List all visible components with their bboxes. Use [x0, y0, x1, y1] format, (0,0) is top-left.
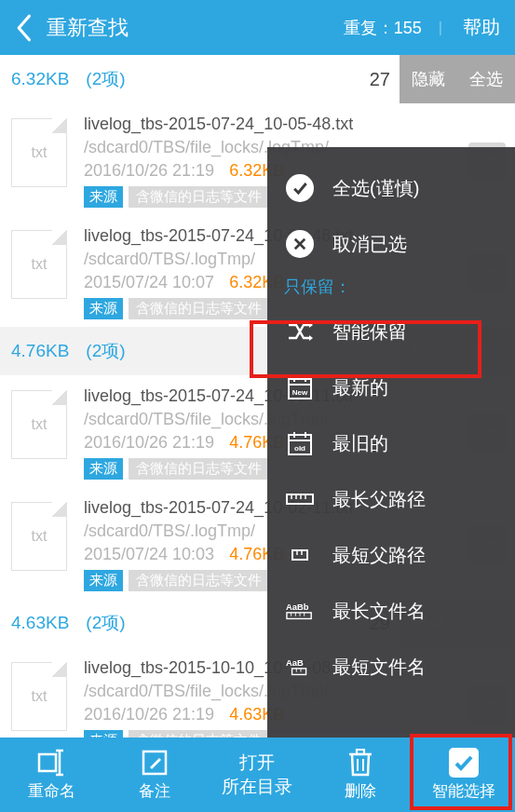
note-button[interactable]: 备注: [103, 738, 207, 812]
tag-source: 来源: [84, 570, 123, 591]
file-type-icon: txt: [11, 230, 67, 299]
menu-label: 最短父路径: [332, 543, 426, 568]
file-name: livelog_tbs-2015-07-24_10-05-48.txt: [84, 115, 468, 134]
svg-rect-14: [287, 494, 313, 504]
group-count: (2项): [86, 339, 125, 363]
text-long-icon: AaBb: [284, 595, 316, 627]
rename-button[interactable]: 重命名: [0, 738, 103, 812]
dup-label: 重复：: [344, 19, 394, 37]
smart-select-button[interactable]: 智能选择: [412, 738, 515, 812]
calendar-new-icon: New: [284, 372, 316, 403]
menu-label: 全选(谨慎): [332, 176, 419, 201]
tag-description: 含微信的日志等文件: [129, 186, 269, 208]
separator: |: [439, 20, 442, 36]
button-label: 智能选择: [432, 780, 495, 802]
menu-label: 最长父路径: [332, 487, 426, 512]
edit-icon: [140, 748, 169, 778]
group-size: 4.76KB: [11, 341, 69, 361]
dup-number: 155: [394, 19, 422, 37]
duplicate-count: 重复：155: [344, 17, 422, 39]
menu-shortest-name[interactable]: AaB 最短文件名: [267, 639, 515, 695]
menu-longest-name[interactable]: AaBb 最长文件名: [267, 583, 515, 639]
svg-text:AaB: AaB: [286, 658, 304, 668]
svg-text:old: old: [294, 444, 305, 453]
menu-longest-parent[interactable]: 最长父路径: [267, 471, 515, 527]
menu-label: 智能保留: [332, 319, 407, 345]
tag-description: 含微信的日志等文件: [129, 570, 269, 591]
button-label-line2: 所在目录: [222, 775, 292, 799]
ruler-short-icon: [284, 539, 316, 571]
menu-label: 最长文件名: [332, 599, 426, 624]
menu-label: 最新的: [332, 375, 388, 400]
file-type-icon: txt: [11, 118, 67, 187]
app-header: 重新查找 重复：155 | 帮助: [0, 0, 515, 55]
rename-icon: [36, 748, 66, 778]
menu-section-label: 只保留：: [267, 272, 515, 304]
file-date: 2015/07/24 10:03: [84, 545, 214, 564]
calendar-old-icon: old: [284, 427, 316, 459]
group-index: 27: [370, 69, 390, 90]
smart-select-menu: 全选(谨慎) 取消已选 只保留： 智能保留 New 最新的 old 最旧的 最长…: [267, 147, 515, 738]
group-count: (2项): [86, 67, 125, 91]
file-type-icon: txt: [11, 662, 67, 731]
shuffle-icon: [284, 316, 316, 347]
svg-marker-2: [309, 322, 313, 328]
page-title: 重新查找: [47, 14, 344, 42]
button-label: 删除: [345, 780, 376, 802]
trash-icon: [346, 748, 375, 778]
tag-source: 来源: [84, 458, 123, 480]
menu-shortest-parent[interactable]: 最短父路径: [267, 527, 515, 583]
button-label: 备注: [139, 780, 170, 802]
menu-deselect[interactable]: 取消已选: [267, 216, 515, 272]
tag-source: 来源: [84, 298, 123, 319]
svg-rect-38: [357, 750, 364, 754]
svg-rect-29: [292, 669, 306, 675]
svg-marker-3: [309, 335, 313, 341]
tag-description: 含微信的日志等文件: [129, 458, 269, 480]
check-circle-icon: [284, 172, 316, 204]
open-dir-button[interactable]: 打开 所在目录: [206, 738, 309, 812]
text-short-icon: AaB: [284, 651, 316, 683]
hide-button[interactable]: 隐藏: [400, 55, 457, 103]
svg-text:AaBb: AaBb: [286, 602, 309, 612]
tag-description: 含微信的日志等文件: [129, 298, 269, 319]
svg-text:New: New: [292, 388, 308, 397]
menu-label: 取消已选: [332, 232, 407, 257]
svg-rect-32: [39, 754, 56, 771]
button-label-line1: 打开: [239, 751, 275, 775]
file-date: 2016/10/26 21:19: [84, 433, 214, 453]
menu-newest[interactable]: New 最新的: [267, 359, 515, 415]
svg-rect-23: [287, 613, 311, 619]
check-box-icon: [449, 748, 479, 778]
file-date: 2016/10/26 21:19: [84, 705, 214, 724]
group-size: 6.32KB: [11, 69, 69, 89]
menu-smart-keep[interactable]: 智能保留: [267, 304, 515, 359]
back-icon[interactable]: [0, 0, 47, 55]
group-count: (2项): [86, 611, 125, 635]
file-type-icon: txt: [11, 390, 67, 459]
menu-oldest[interactable]: old 最旧的: [267, 415, 515, 471]
menu-label: 最旧的: [332, 431, 388, 456]
select-all-button[interactable]: 全选: [457, 55, 515, 103]
file-date: 2015/07/24 10:07: [84, 273, 214, 292]
group-size: 4.63KB: [11, 613, 69, 633]
file-type-icon: txt: [11, 502, 67, 571]
bottom-toolbar: 重命名 备注 打开 所在目录 删除 智能选择: [0, 738, 515, 812]
file-date: 2016/10/26 21:19: [84, 161, 214, 181]
ruler-long-icon: [284, 483, 316, 515]
button-label: 重命名: [28, 780, 75, 802]
group-header: 6.32KB (2项) 27 隐藏 全选: [0, 55, 515, 103]
menu-label: 最短文件名: [332, 655, 426, 680]
menu-select-all[interactable]: 全选(谨慎): [267, 160, 515, 216]
tag-source: 来源: [84, 186, 123, 208]
x-circle-icon: [284, 228, 316, 260]
help-button[interactable]: 帮助: [448, 15, 515, 40]
delete-button[interactable]: 删除: [309, 738, 413, 812]
svg-rect-19: [292, 550, 307, 560]
